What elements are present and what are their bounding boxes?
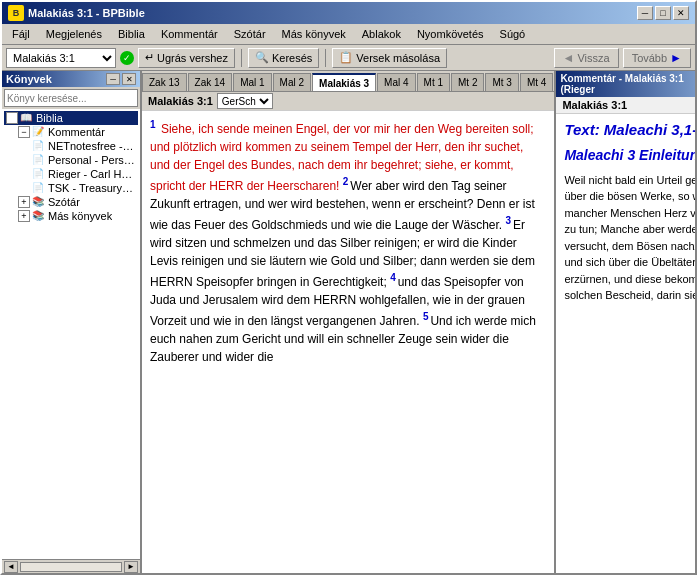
rieger-icon: 📄 <box>32 168 46 180</box>
back-button[interactable]: ◄ Vissza <box>554 48 619 68</box>
verse-num-4: 4 <box>390 272 396 283</box>
maximize-button[interactable]: □ <box>655 6 671 20</box>
commentary-panel-header: Kommentár - Malakiás 3:1 (Rieger ─ ✓ ↺ <box>556 71 695 97</box>
bible-panel: Zak 13 Zak 14 Mal 1 Mal 2 Malakiás 3 Mal… <box>142 71 556 573</box>
tree-item-kommentar[interactable]: − 📝 Kommentár <box>4 125 138 139</box>
tab-mt3[interactable]: Mt 3 <box>485 73 518 91</box>
tree-label-rieger: Rieger - Carl Heinri <box>48 168 136 180</box>
bible-panel-label: Malakiás 3:1 GerSch <box>142 92 554 111</box>
menu-help[interactable]: Súgó <box>494 26 532 42</box>
books-scroll-track <box>20 562 122 572</box>
tree-item-biblia[interactable]: − 📖 Biblia <box>4 111 138 125</box>
search-box <box>2 87 140 109</box>
tree-item-rieger[interactable]: 📄 Rieger - Carl Heinri <box>4 167 138 181</box>
bible-text-area[interactable]: 1 Siehe, ich sende meinen Engel, der vor… <box>142 111 554 573</box>
tsk-icon: 📄 <box>32 182 46 194</box>
commentary-title-bar: Malakiás 3:1 <box>556 97 695 114</box>
tab-mal4[interactable]: Mal 4 <box>377 73 415 91</box>
menu-tracking[interactable]: Nyomkövetés <box>411 26 490 42</box>
tree-label-szotar: Szótár <box>48 196 80 208</box>
tree-expand-biblia[interactable]: − <box>6 112 18 124</box>
books-panel-minimize[interactable]: ─ <box>106 73 120 85</box>
commentary-main-title: Text: Maleachi 3,1-12 <box>564 120 695 140</box>
tree-item-szotar[interactable]: + 📚 Szótár <box>4 195 138 209</box>
forward-label: Tovább <box>632 52 667 64</box>
tree-label-mas-konyvek: Más könyvek <box>48 210 112 222</box>
toolbar: Malakiás 3:1 ✓ ↵ Ugrás vershez 🔍 Keresés… <box>2 45 695 71</box>
menu-other-books[interactable]: Más könyvek <box>276 26 352 42</box>
search-button[interactable]: 🔍 Keresés <box>248 48 319 68</box>
books-panel-header-buttons: ─ ✕ <box>106 73 136 85</box>
reference-select[interactable]: Malakiás 3:1 <box>6 48 116 68</box>
title-bar-left: B Malakiás 3:1 - BPBible <box>8 5 145 21</box>
tree-item-tsk[interactable]: 📄 TSK - Treasury of S <box>4 181 138 195</box>
separator-2 <box>325 49 326 67</box>
forward-button[interactable]: Tovább ► <box>623 48 691 68</box>
menu-bar: Fájl Megjelenés Biblia Kommentár Szótár … <box>2 24 695 45</box>
book-search-input[interactable] <box>4 89 138 107</box>
tab-mt4[interactable]: Mt 4 <box>520 73 553 91</box>
jump-label: Ugrás vershez <box>157 52 228 64</box>
menu-file[interactable]: Fájl <box>6 26 36 42</box>
tree-expand-szotar[interactable]: + <box>18 196 30 208</box>
tab-mal1[interactable]: Mal 1 <box>233 73 271 91</box>
tree-expand-mas-konyvek[interactable]: + <box>18 210 30 222</box>
tab-zak14[interactable]: Zak 14 <box>188 73 233 91</box>
go-icon: ✓ <box>120 51 134 65</box>
commentary-reference: Malakiás 3:1 <box>562 99 627 111</box>
tab-mal2[interactable]: Mal 2 <box>273 73 311 91</box>
copy-icon: 📋 <box>339 51 353 64</box>
verse1-red: Siehe, ich sende meinen Engel, der vor m… <box>161 122 534 136</box>
jump-to-verse-button[interactable]: ↵ Ugrás vershez <box>138 48 235 68</box>
back-arrow-icon: ◄ <box>563 51 575 65</box>
tree-label-netnotesfree: NETnotesfree - NE <box>48 140 136 152</box>
books-scroll-left[interactable]: ◄ <box>4 561 18 573</box>
mas-konyvek-icon: 📚 <box>32 210 46 222</box>
kommentar-icon: 📝 <box>32 126 46 138</box>
verse-num-1: 1 <box>150 119 156 130</box>
forward-arrow-icon: ► <box>670 51 682 65</box>
bible-reference-label: Malakiás 3:1 <box>148 95 213 107</box>
app-icon: B <box>8 5 24 21</box>
main-content: Könyvek ─ ✕ − 📖 Biblia − 📝 Komment <box>2 71 695 573</box>
tab-mal3[interactable]: Malakiás 3 <box>312 73 376 91</box>
search-label: Keresés <box>272 52 312 64</box>
books-tree: − 📖 Biblia − 📝 Kommentár 📄 NETnotesfree … <box>2 109 140 559</box>
menu-windows[interactable]: Ablakok <box>356 26 407 42</box>
books-scroll-right[interactable]: ► <box>124 561 138 573</box>
tree-label-biblia: Biblia <box>36 112 63 124</box>
bible-version-select[interactable]: GerSch <box>217 93 273 109</box>
books-scrollbar-h: ◄ ► <box>2 559 140 573</box>
tree-label-kommentar: Kommentár <box>48 126 105 138</box>
back-label: Vissza <box>577 52 609 64</box>
title-buttons: ─ □ ✕ <box>637 6 689 20</box>
tree-item-mas-konyvek[interactable]: + 📚 Más könyvek <box>4 209 138 223</box>
title-bar: B Malakiás 3:1 - BPBible ─ □ ✕ <box>2 2 695 24</box>
tree-expand-kommentar[interactable]: − <box>18 126 30 138</box>
books-panel: Könyvek ─ ✕ − 📖 Biblia − 📝 Komment <box>2 71 142 573</box>
tab-mt1[interactable]: Mt 1 <box>417 73 450 91</box>
books-panel-title: Könyvek <box>6 73 52 85</box>
menu-bible[interactable]: Biblia <box>112 26 151 42</box>
tree-label-personal: Personal - Personal <box>48 154 136 166</box>
commentary-header-title: Kommentár - Malakiás 3:1 (Rieger <box>560 73 695 95</box>
netnotesfree-icon: 📄 <box>32 140 46 152</box>
jump-icon: ↵ <box>145 51 154 64</box>
menu-dictionary[interactable]: Szótár <box>228 26 272 42</box>
books-panel-close[interactable]: ✕ <box>122 73 136 85</box>
commentary-text-area[interactable]: Text: Maleachi 3,1-12 Maleachi 3 Einleit… <box>556 114 695 573</box>
main-window: B Malakiás 3:1 - BPBible ─ □ ✕ Fájl Megj… <box>0 0 697 575</box>
close-button[interactable]: ✕ <box>673 6 689 20</box>
menu-commentary[interactable]: Kommentár <box>155 26 224 42</box>
menu-view[interactable]: Megjelenés <box>40 26 108 42</box>
szotar-icon: 📚 <box>32 196 46 208</box>
tab-mt2[interactable]: Mt 2 <box>451 73 484 91</box>
minimize-button[interactable]: ─ <box>637 6 653 20</box>
commentary-panel: Kommentár - Malakiás 3:1 (Rieger ─ ✓ ↺ M… <box>556 71 695 573</box>
books-panel-header: Könyvek ─ ✕ <box>2 71 140 87</box>
tab-zak13[interactable]: Zak 13 <box>142 73 187 91</box>
tree-item-netnotesfree[interactable]: 📄 NETnotesfree - NE <box>4 139 138 153</box>
tree-item-personal[interactable]: 📄 Personal - Personal <box>4 153 138 167</box>
verse-num-3: 3 <box>506 215 512 226</box>
copy-verses-button[interactable]: 📋 Versek másolása <box>332 48 447 68</box>
